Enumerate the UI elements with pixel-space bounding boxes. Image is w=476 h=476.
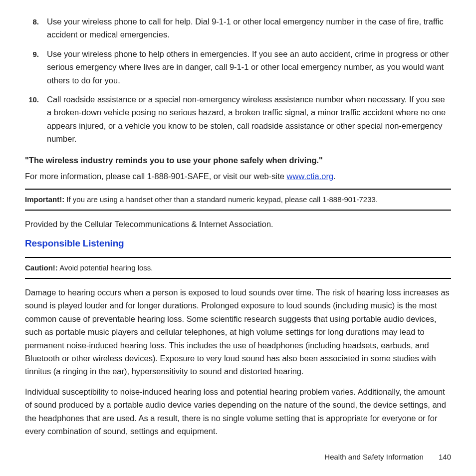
caution-label: Caution!: <box>25 263 58 272</box>
list-number: 10. <box>25 93 47 146</box>
more-info-prefix: For more information, please call 1-888-… <box>25 172 287 181</box>
list-number: 8. <box>25 15 47 41</box>
numbered-list: 8. Use your wireless phone to call for h… <box>25 15 451 146</box>
important-note: Important!: If you are using a handset o… <box>25 189 451 211</box>
list-text: Call roadside assistance or a special no… <box>47 93 451 146</box>
ctia-link[interactable]: www.ctia.org <box>287 172 334 181</box>
body-paragraph-1: Damage to hearing occurs when a person i… <box>25 286 451 378</box>
list-item: 10. Call roadside assistance or a specia… <box>25 93 451 146</box>
page-footer: Health and Safety Information 140 <box>324 451 451 463</box>
list-number: 9. <box>25 47 47 87</box>
section-heading: Responsible Listening <box>25 236 451 251</box>
more-info-suffix: . <box>333 172 336 181</box>
provided-by-text: Provided by the Cellular Telecommunicati… <box>25 218 451 231</box>
caution-text: Avoid potential hearing loss. <box>58 263 153 272</box>
important-text: If you are using a handset other than a … <box>64 195 378 204</box>
footer-section: Health and Safety Information <box>324 453 423 461</box>
caution-note: Caution!: Avoid potential hearing loss. <box>25 257 451 279</box>
more-info-text: For more information, please call 1-888-… <box>25 170 451 183</box>
list-item: 8. Use your wireless phone to call for h… <box>25 15 451 41</box>
page-number: 140 <box>439 453 451 461</box>
list-item: 9. Use your wireless phone to help other… <box>25 47 451 87</box>
list-text: Use your wireless phone to call for help… <box>47 15 451 41</box>
body-paragraph-2: Individual susceptibility to noise-induc… <box>25 385 451 438</box>
reminder-text: "The wireless industry reminds you to us… <box>25 154 451 167</box>
list-text: Use your wireless phone to help others i… <box>47 47 451 87</box>
important-label: Important!: <box>25 195 64 204</box>
